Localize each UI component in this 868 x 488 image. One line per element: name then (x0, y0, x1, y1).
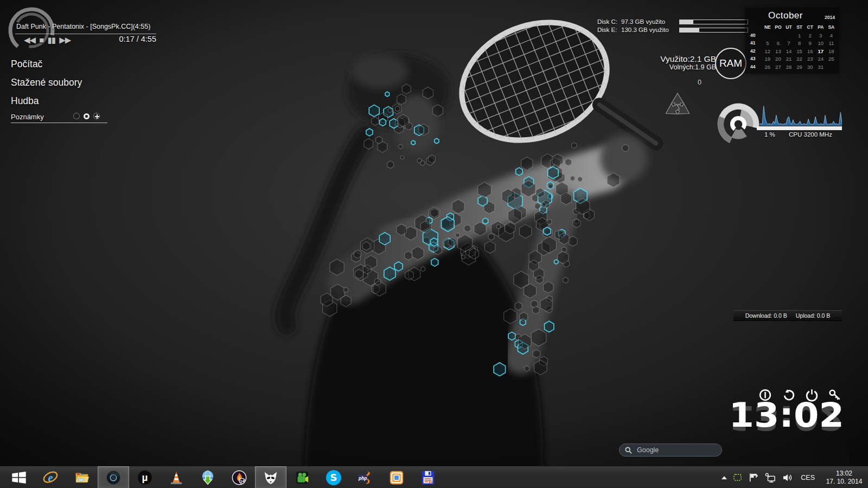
cpu-frequency: CPU 3200 MHz (789, 131, 832, 138)
language-indicator[interactable]: CES (800, 474, 816, 481)
cpu-usage: 1 % (764, 131, 775, 138)
calendar-day-header: SA (826, 24, 837, 33)
calendar-day: 3 (815, 33, 826, 41)
notes-add-icon[interactable] (93, 113, 100, 119)
calendar-day: 15 (794, 48, 805, 56)
calendar-day: 7 (783, 40, 794, 48)
notes-widget: Poznámky (11, 112, 107, 121)
system-tray: CES 13:02 17. 10. 2014 (722, 466, 866, 488)
calendar-day (783, 33, 794, 41)
network-tray-icon[interactable] (765, 473, 776, 483)
calendar-day-header: UT (783, 24, 794, 33)
vmware-icon (388, 470, 405, 486)
taskbar-apps: e (3, 466, 444, 488)
launcher-item-music[interactable]: Hudba (11, 95, 82, 107)
calendar-day: 30 (805, 64, 815, 72)
floppy-64-icon: 64 (420, 470, 436, 486)
calendar-week-number: 43 (749, 56, 762, 64)
calendar-day-header: CT (805, 24, 815, 33)
download-manager-icon (200, 470, 216, 486)
cpu-labels: 1 % CPU 3200 MHz (757, 131, 832, 138)
tray-clock[interactable]: 13:02 17. 10. 2014 (822, 470, 866, 486)
taskbar-item-foobar2000[interactable] (255, 466, 286, 488)
calendar-day: 20 (773, 56, 784, 64)
disk-value: 97.3 GB využito (621, 18, 665, 25)
calendar-grid: NEPOUTSTCTPASA40123441567891011421213141… (749, 24, 837, 72)
pause-icon[interactable]: ▮▮ (47, 35, 55, 44)
taskbar-item-total-commander[interactable]: 64 (412, 466, 444, 488)
previous-track-icon[interactable]: ◀◀ (24, 35, 35, 44)
launcher-item-computer[interactable]: Počítač (11, 59, 82, 70)
calendar-day: 6 (773, 40, 784, 48)
start-button[interactable] (3, 466, 35, 488)
skype-icon: S (326, 470, 341, 485)
calendar-day: 1 (794, 33, 805, 41)
ram-free: Volných:1.9 GB (669, 63, 716, 71)
taskbar-item-internet-explorer[interactable]: e (35, 466, 66, 488)
file-explorer-icon (74, 470, 90, 486)
taskbar-item-file-explorer[interactable] (66, 466, 98, 488)
taskbar-item-utorrent[interactable]: µ (129, 466, 161, 488)
track-time: 0:17 / 4:55 (86, 35, 156, 43)
calendar-day: 18 (826, 48, 837, 56)
search-input[interactable] (636, 446, 712, 454)
calendar-day-header: PA (815, 24, 826, 33)
calendar-widget: October 2014 NEPOUTSTCTPASA4012344156789… (745, 8, 839, 74)
taskbar-item-google-chrome[interactable] (98, 466, 129, 488)
calendar-day: 16 (805, 48, 815, 56)
calendar-day: 2 (805, 33, 815, 41)
taskbar-item-vlc[interactable] (161, 466, 192, 488)
cpu-widget: 1 % CPU 3200 MHz (715, 98, 842, 141)
clock-reflection: 13:02 (712, 401, 844, 434)
calendar-day: 22 (794, 56, 805, 64)
calendar-day: 31 (815, 64, 826, 72)
disk-row-c: Disk C: 97.3 GB využito (597, 18, 749, 27)
windows-logo-icon (11, 470, 27, 486)
taskbar-item-download-manager[interactable] (192, 466, 224, 488)
vlc-cone-icon (168, 470, 184, 486)
disk-row-e: Disk E: 130.3 GB využito (597, 27, 749, 35)
calendar-day: 10 (815, 40, 826, 48)
calendar-day: 19 (762, 56, 773, 64)
calendar-day: 21 (783, 56, 794, 64)
notes-refresh-icon[interactable] (73, 113, 80, 119)
calendar-day-header: NE (762, 24, 773, 33)
show-hidden-icons-button[interactable] (722, 476, 727, 479)
action-center-flag-icon[interactable] (748, 472, 758, 483)
calendar-day: 26 (762, 64, 773, 72)
stop-icon[interactable]: ■ (39, 35, 43, 44)
taskbar-item-vmware[interactable] (381, 466, 412, 488)
recycle-bin-icon[interactable] (660, 89, 695, 125)
foobar2000-icon (263, 470, 279, 486)
desktop: Daft Punk - Pentatonix - [SongsPk.CC](4:… (0, 0, 868, 488)
calendar-week-number: 44 (749, 64, 762, 72)
player-controls: ◀◀ ■ ▮▮ ▶▶ (24, 35, 73, 45)
internet-explorer-icon: e (42, 470, 59, 486)
calendar-day: 12 (762, 48, 773, 56)
calendar-year: 2014 (825, 15, 835, 20)
taskbar-item-burning-app[interactable]: 14 (224, 466, 255, 488)
disk-label: Disk E: (597, 27, 617, 33)
chrome-icon (105, 470, 122, 486)
svg-text:14: 14 (240, 479, 244, 483)
taskbar-item-php-editor[interactable]: php (349, 466, 381, 488)
tray-app-icon[interactable] (733, 474, 742, 481)
player-divider (15, 34, 156, 34)
launcher-item-downloads[interactable]: Stažené soubory (11, 77, 82, 88)
calendar-day: 5 (762, 40, 773, 48)
next-track-icon[interactable]: ▶▶ (59, 35, 71, 44)
burning-app-icon: 14 (231, 470, 247, 486)
volume-icon[interactable] (782, 473, 793, 483)
notes-label[interactable]: Poznámky (11, 113, 44, 121)
taskbar-item-skype[interactable]: S (318, 466, 349, 488)
calendar-day: 25 (826, 56, 837, 64)
notes-open-icon[interactable] (84, 113, 90, 119)
calendar-day: 29 (794, 64, 805, 72)
calendar-day: 9 (805, 40, 815, 48)
taskbar-item-video-editor[interactable] (286, 466, 318, 488)
calendar-day: 13 (773, 48, 784, 56)
php-editor-icon: php (357, 470, 373, 486)
calendar-day (826, 64, 837, 72)
calendar-day (773, 33, 784, 41)
svg-text:php: php (358, 475, 367, 480)
